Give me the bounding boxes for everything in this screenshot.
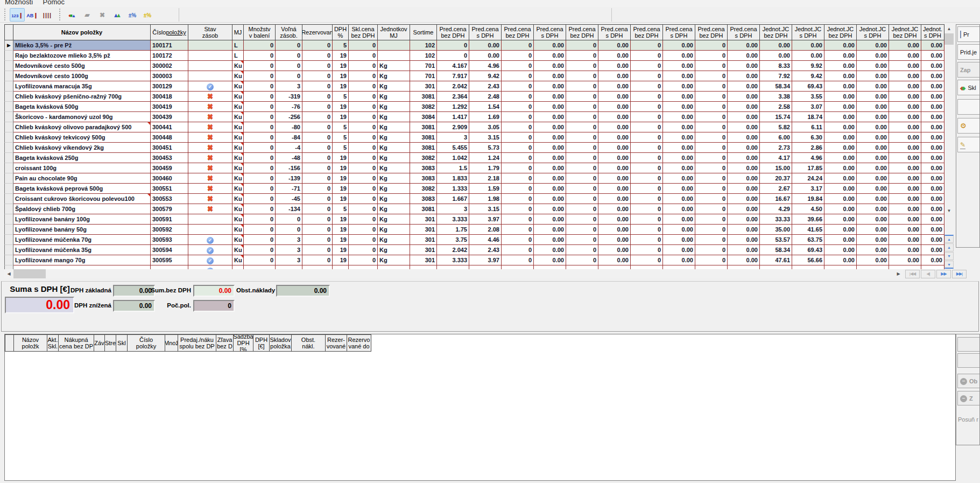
table-row[interactable]: Bageta kvásková peprová 500g300551✖Ku0-7… [4,184,944,194]
table-row[interactable]: Chlieb kváskový tekvicový 500g300448✖Ku0… [4,132,944,143]
detail-column-header[interactable]: Skladovpoložka [270,334,292,352]
grid-cell[interactable]: 3081 [410,143,437,153]
grid-cell[interactable]: 300579 [151,204,188,214]
grid-cell[interactable]: 0.00 [663,71,695,81]
grid-cell[interactable]: 69.43 [792,245,824,255]
grid-cell[interactable]: 0 [631,132,663,143]
grid-cell[interactable]: Ku [232,102,244,112]
grid-cell[interactable]: 3 [437,132,469,143]
grid-cell[interactable]: 0 [244,71,276,81]
grid-cell[interactable]: 0.00 [663,245,695,255]
table-row[interactable]: Bageta kvásková 250g300453✖Ku0-480190Kg3… [4,153,944,163]
grid-cell[interactable]: 0.00 [857,245,889,255]
grid-cell[interactable]: 0 [502,81,534,92]
grid-cell[interactable]: 1.417 [437,112,469,122]
row-selector[interactable] [4,81,13,92]
grid-cell[interactable]: 701 [410,61,437,71]
grid-cell[interactable]: 0.00 [857,184,889,194]
grid-cell[interactable]: 0 [695,81,728,92]
grid-cell[interactable]: 0 [631,225,663,235]
grid-cell[interactable]: 0.00 [857,51,889,61]
grid-cell[interactable]: 0.00 [534,51,566,61]
grid-cell[interactable]: Ku [232,81,244,92]
grid-cell[interactable]: 39.66 [792,214,824,225]
grid-cell[interactable]: 0 [349,153,378,163]
panel-button-blank[interactable] [957,99,980,115]
grid-cell[interactable]: 56.66 [792,255,824,265]
grid-cell[interactable] [792,265,824,269]
grid-cell[interactable]: 7.92 [760,71,792,81]
grid-cell[interactable]: 3 [276,245,302,255]
detail-column-header[interactable]: Predaj./nákuspolu bez DP [178,334,216,352]
grid-cell[interactable]: 3083 [410,194,437,204]
grid-cell[interactable]: 0.00 [921,214,944,225]
grid-cell[interactable]: 0.00 [889,214,921,225]
grid-cell[interactable]: 0 [566,143,598,153]
panel-button-gear[interactable]: ⚙ [957,118,980,134]
column-header[interactable]: Pred.cenabez DPH [437,24,469,40]
grid-cell[interactable]: 300002 [151,61,188,71]
grid-cell[interactable]: 1.833 [437,173,469,184]
menu-item-pomoc[interactable]: Pomoc [43,0,64,6]
vertical-scrollbar[interactable]: ▲ ▼ ▲ ▲ ▼ ▼ [944,24,954,269]
grid-cell[interactable]: 6.00 [760,132,792,143]
grid-cell[interactable]: 0.00 [857,214,889,225]
grid-cell[interactable]: Kg [378,81,410,92]
grid-cell[interactable]: 0.00 [663,194,695,204]
grid-cell[interactable]: Lyofilizované múčenka 70g [13,235,151,245]
grid-cell[interactable]: 0.00 [921,153,944,163]
grid-cell[interactable]: 0.00 [728,143,760,153]
grid-cell[interactable]: 0 [695,184,728,194]
grid-cell[interactable]: ✖ [188,132,232,143]
grid-cell[interactable]: 0.00 [824,163,857,173]
grid-cell[interactable] [333,265,349,269]
grid-cell[interactable]: ✖ [188,153,232,163]
grid-cell[interactable]: 0.00 [889,204,921,214]
table-row[interactable]: Lyofilizované múčenka 35g300594✓Ku030190… [4,245,944,255]
grid-cell[interactable]: 19 [333,214,349,225]
detail-column-header[interactable]: Rezervované do [347,334,371,352]
grid-cell[interactable]: 6.11 [792,122,824,132]
grid-cell[interactable]: 0 [349,204,378,214]
grid-cell[interactable]: 0.00 [534,245,566,255]
grid-cell[interactable]: 0 [437,40,469,51]
grid-cell[interactable] [232,265,244,269]
grid-cell[interactable]: 300419 [151,102,188,112]
grid-cell[interactable]: 3.97 [469,214,502,225]
row-selector[interactable]: ▶ [4,40,13,51]
grid-cell[interactable]: 0.00 [921,225,944,235]
grid-cell[interactable]: 0 [695,225,728,235]
horizontal-scrollbar-thumb[interactable] [13,269,46,278]
grid-cell[interactable]: Kg [378,112,410,122]
grid-cell[interactable]: 0 [631,92,663,102]
grid-cell[interactable]: 0 [244,225,276,235]
grid-cell[interactable]: 0.00 [534,184,566,194]
row-selector[interactable] [4,102,13,112]
grid-cell[interactable]: 0 [631,255,663,265]
grid-cell[interactable]: Ku [232,225,244,235]
grid-cell[interactable]: 0 [502,61,534,71]
grid-cell[interactable]: 0 [502,51,534,61]
grid-cell[interactable]: 41.65 [792,225,824,235]
grid-cell[interactable]: 300593 [151,235,188,245]
table-row[interactable]: Croissant cukrovo škoricovou polevou1003… [4,194,944,204]
grid-cell[interactable]: 300595 [151,255,188,265]
grid-cell[interactable]: Lyofilizované mango 70g [13,255,151,265]
table-row[interactable]: Špaldový chlieb 700g300579✖Ku0-134050Kg3… [4,204,944,214]
grid-cell[interactable]: 0 [631,143,663,153]
grid-cell[interactable]: 3 [276,81,302,92]
column-header[interactable]: Jednot.JCbez DPH [889,24,921,40]
next-record-button[interactable]: ▶▶ [936,270,951,278]
grid-cell[interactable]: 5.82 [760,122,792,132]
grid-cell[interactable]: 8.33 [760,61,792,71]
grid-cell[interactable]: croissant 100g [13,163,151,173]
grid-cell[interactable]: 0 [244,102,276,112]
grid-cell[interactable]: ✖ [188,102,232,112]
grid-cell[interactable]: 0.00 [760,40,792,51]
last-record-button[interactable]: ▶▶| [952,270,967,278]
grid-cell[interactable]: 19 [333,112,349,122]
grid-cell[interactable]: 35.00 [760,225,792,235]
grid-cell[interactable]: 0.00 [824,102,857,112]
grid-cell[interactable]: 19.84 [792,194,824,204]
grid-cell[interactable]: 0 [695,92,728,102]
